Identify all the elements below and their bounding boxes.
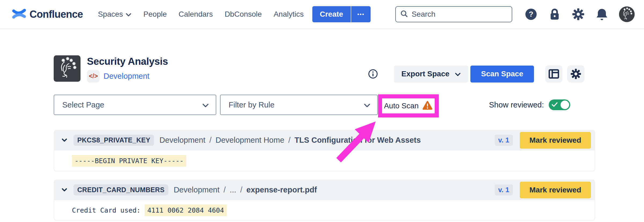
nav-item-people[interactable]: People xyxy=(143,10,167,19)
search-box[interactable] xyxy=(395,6,512,22)
show-reviewed-control: Show reviewed: xyxy=(489,95,570,115)
check-icon xyxy=(552,102,558,107)
space-link[interactable]: Development xyxy=(104,72,149,81)
nav-item-dbconsole[interactable]: DbConsole xyxy=(225,10,262,19)
info-icon[interactable] xyxy=(368,69,378,79)
mark-reviewed-button[interactable]: Mark reviewed xyxy=(520,182,591,198)
chevron-down-icon xyxy=(126,10,131,19)
bell-icon[interactable] xyxy=(595,8,608,21)
lock-icon[interactable] xyxy=(548,8,561,21)
confluence-security-analysis-page: Confluence Spaces People Calendars DbCon… xyxy=(0,0,644,222)
select-page-dropdown[interactable]: Select Page xyxy=(54,95,216,115)
breadcrumb: Development / ... / expense-report.pdf xyxy=(174,185,317,194)
show-reviewed-label: Show reviewed: xyxy=(489,101,544,109)
nav-menu: Spaces People Calendars DbConsole Analyt… xyxy=(98,10,304,19)
nav-item-calendars[interactable]: Calendars xyxy=(179,10,213,19)
header-actions: Export Space Scan Space xyxy=(368,65,584,83)
space-settings-button[interactable] xyxy=(567,65,584,83)
confluence-logo[interactable]: Confluence xyxy=(12,7,83,22)
toggle-knob xyxy=(561,101,569,109)
mark-reviewed-button[interactable]: Mark reviewed xyxy=(520,132,591,149)
breadcrumb-page[interactable]: TLS Configuration for Web Assets xyxy=(295,136,421,145)
chevron-down-icon xyxy=(364,101,370,109)
code-icon: </> xyxy=(87,70,100,83)
auto-scan-label[interactable]: Auto Scan xyxy=(384,102,419,110)
svg-text:?: ? xyxy=(529,10,533,18)
breadcrumb: Development / Development Home / TLS Con… xyxy=(159,136,421,145)
warning-icon xyxy=(422,101,433,111)
version-badge[interactable]: v. 1 xyxy=(495,184,513,195)
annotation-highlight-box: Auto Scan xyxy=(378,94,439,117)
space-avatar xyxy=(54,55,80,82)
finding-card: PKCS8_PRIVATE_KEY Development / Developm… xyxy=(54,130,595,171)
finding-content: Credit Card used: 4111 0062 2084 4604 xyxy=(54,200,595,221)
breadcrumb-item[interactable]: Development Home xyxy=(215,136,284,145)
breadcrumb-page[interactable]: expense-report.pdf xyxy=(246,185,317,194)
scan-space-button[interactable]: Scan Space xyxy=(470,66,534,83)
collapse-chevron-icon[interactable] xyxy=(61,188,68,192)
sensitive-text-highlight: -----BEGIN PRIVATE KEY----- xyxy=(72,155,186,167)
finding-row: CREDIT_CARD_NUMBERS Development / ... / … xyxy=(54,180,595,200)
finding-row: PKCS8_PRIVATE_KEY Development / Developm… xyxy=(54,130,595,151)
confluence-wordmark: Confluence xyxy=(30,9,83,20)
search-icon xyxy=(400,10,408,19)
page-header: Security Analysis </> Development xyxy=(54,55,168,83)
search-input[interactable] xyxy=(412,10,497,19)
create-more-button[interactable]: ••• xyxy=(351,6,371,22)
export-space-button[interactable]: Export Space xyxy=(394,66,468,83)
sensitive-text-highlight: 4111 0062 2084 4604 xyxy=(145,205,227,216)
chevron-down-icon xyxy=(202,101,209,109)
version-badge[interactable]: v. 1 xyxy=(495,135,513,146)
rule-badge: PKCS8_PRIVATE_KEY xyxy=(74,135,154,146)
nav-item-spaces[interactable]: Spaces xyxy=(98,10,131,19)
create-button[interactable]: Create xyxy=(312,6,351,22)
show-reviewed-toggle[interactable] xyxy=(549,99,570,110)
finding-content: -----BEGIN PRIVATE KEY----- xyxy=(54,151,595,171)
nav-icon-group: ? xyxy=(525,6,635,22)
filter-by-rule-dropdown[interactable]: Filter by Rule xyxy=(220,95,378,115)
top-navigation-bar: Confluence Spaces People Calendars DbCon… xyxy=(0,0,644,29)
nav-item-analytics[interactable]: Analytics xyxy=(274,10,304,19)
breadcrumb-item[interactable]: ... xyxy=(230,185,236,194)
user-avatar[interactable] xyxy=(619,6,635,22)
page-title: Security Analysis xyxy=(87,56,168,67)
create-split-button: Create ••• xyxy=(312,6,371,22)
confluence-logo-icon xyxy=(12,7,26,22)
rule-badge: CREDIT_CARD_NUMBERS xyxy=(74,184,168,195)
gear-icon[interactable] xyxy=(572,8,585,21)
collapse-chevron-icon[interactable] xyxy=(61,138,68,142)
help-icon[interactable]: ? xyxy=(525,8,537,21)
chevron-down-icon xyxy=(455,70,461,78)
sidebar-layout-button[interactable] xyxy=(545,65,562,83)
finding-card: CREDIT_CARD_NUMBERS Development / ... / … xyxy=(54,180,595,221)
breadcrumb-item[interactable]: Development xyxy=(159,136,205,145)
breadcrumb-item[interactable]: Development xyxy=(174,185,219,194)
